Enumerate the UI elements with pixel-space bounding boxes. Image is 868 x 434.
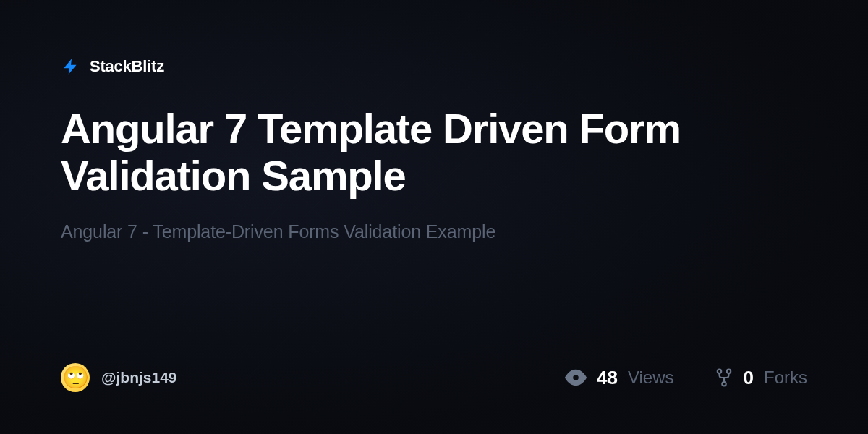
views-stat: 48 Views [565, 367, 674, 389]
svg-point-3 [722, 382, 726, 386]
project-subtitle: Angular 7 - Template-Driven Forms Valida… [61, 221, 807, 242]
eye-icon [565, 367, 587, 388]
forks-count: 0 [744, 367, 754, 389]
forks-stat: 0 Forks [715, 367, 807, 389]
author-section[interactable]: 🙄 @jbnjs149 [61, 363, 177, 392]
views-label: Views [628, 367, 674, 388]
bolt-icon [61, 56, 81, 77]
content-container: StackBlitz Angular 7 Template Driven For… [0, 0, 868, 434]
project-title: Angular 7 Template Driven Form Validatio… [61, 106, 770, 200]
svg-point-1 [717, 370, 720, 373]
svg-point-2 [726, 370, 730, 373]
views-count: 48 [597, 367, 618, 389]
avatar: 🙄 [61, 363, 90, 392]
author-username: @jbnjs149 [101, 369, 177, 386]
svg-point-0 [573, 375, 579, 380]
footer-bar: 🙄 @jbnjs149 48 Views [61, 363, 807, 392]
fork-icon [715, 368, 733, 387]
stats-section: 48 Views 0 Forks [565, 367, 807, 389]
brand-name: StackBlitz [90, 57, 164, 76]
forks-label: Forks [764, 367, 807, 388]
brand-header: StackBlitz [61, 56, 807, 77]
